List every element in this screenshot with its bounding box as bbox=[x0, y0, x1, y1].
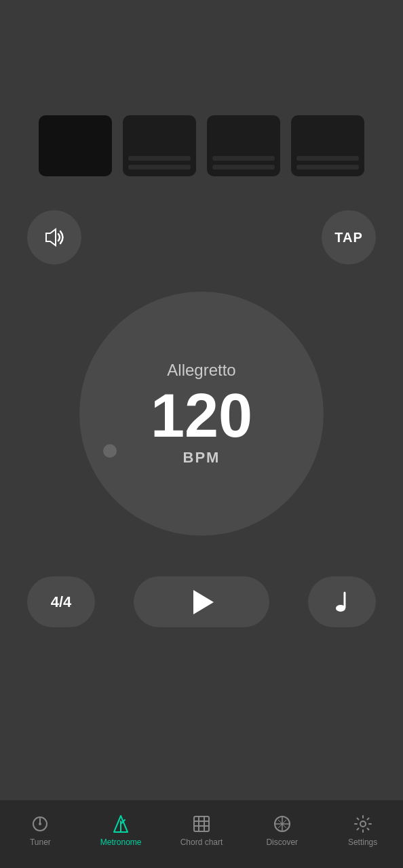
beat-block-1[interactable] bbox=[39, 115, 112, 176]
beat-block-3-lines bbox=[207, 149, 280, 176]
play-icon bbox=[193, 590, 214, 614]
line bbox=[296, 156, 359, 161]
beat-blocks-row bbox=[0, 115, 403, 176]
chord-chart-icon bbox=[192, 814, 211, 833]
note-icon bbox=[331, 590, 353, 614]
bottom-nav: Tuner Metronome Chord chart bbox=[0, 800, 403, 868]
nav-item-settings[interactable]: Settings bbox=[322, 814, 403, 847]
beat-block-2[interactable] bbox=[123, 115, 196, 176]
dial-circle: Allegretto 120 BPM bbox=[79, 292, 324, 536]
tempo-name: Allegretto bbox=[167, 361, 235, 380]
settings-icon bbox=[353, 814, 372, 833]
note-button[interactable] bbox=[308, 576, 376, 627]
line bbox=[212, 165, 275, 170]
volume-icon bbox=[42, 225, 66, 250]
metronome-icon bbox=[111, 814, 130, 833]
nav-item-metronome[interactable]: Metronome bbox=[81, 814, 161, 847]
svg-point-19 bbox=[360, 821, 366, 827]
volume-button[interactable] bbox=[27, 210, 81, 264]
beat-blocks-section bbox=[0, 0, 403, 176]
beat-block-2-lines bbox=[123, 149, 196, 176]
dial-indicator bbox=[103, 444, 117, 458]
tap-button[interactable]: TAP bbox=[322, 210, 376, 264]
line bbox=[296, 165, 359, 170]
nav-label-metronome: Metronome bbox=[100, 837, 142, 847]
tempo-value: 120 bbox=[151, 385, 252, 446]
tempo-unit: BPM bbox=[183, 449, 220, 467]
discover-icon bbox=[273, 814, 292, 833]
nav-label-discover: Discover bbox=[266, 837, 298, 847]
svg-point-5 bbox=[39, 823, 41, 825]
svg-rect-9 bbox=[194, 816, 209, 831]
nav-label-chord-chart: Chord chart bbox=[180, 837, 223, 847]
nav-label-tuner: Tuner bbox=[30, 837, 51, 847]
line bbox=[128, 165, 191, 170]
line bbox=[128, 156, 191, 161]
nav-item-discover[interactable]: Discover bbox=[242, 814, 322, 847]
beat-block-4-lines bbox=[291, 149, 364, 176]
nav-item-tuner[interactable]: Tuner bbox=[0, 814, 81, 847]
tuner-icon bbox=[31, 814, 50, 833]
nav-label-settings: Settings bbox=[348, 837, 377, 847]
beat-block-4[interactable] bbox=[291, 115, 364, 176]
metronome-dial[interactable]: Allegretto 120 BPM bbox=[73, 285, 330, 542]
nav-item-chord-chart[interactable]: Chord chart bbox=[161, 814, 242, 847]
top-controls: TAP bbox=[0, 197, 403, 278]
svg-marker-0 bbox=[46, 229, 56, 245]
line bbox=[212, 156, 275, 161]
bottom-controls: 4/4 bbox=[0, 556, 403, 648]
play-button[interactable] bbox=[134, 576, 269, 627]
svg-point-2 bbox=[336, 605, 345, 612]
time-signature-button[interactable]: 4/4 bbox=[27, 576, 95, 627]
beat-block-3[interactable] bbox=[207, 115, 280, 176]
